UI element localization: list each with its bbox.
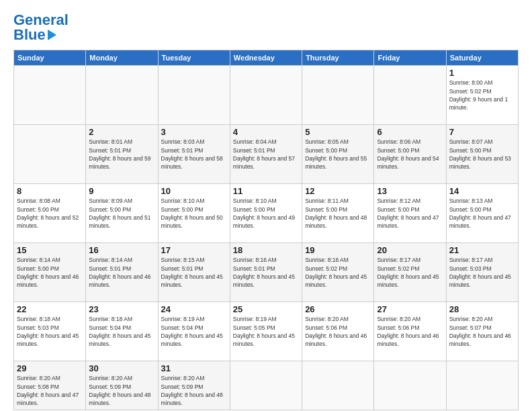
day-info: Sunrise: 8:17 AMSunset: 5:02 PMDaylight:… bbox=[377, 256, 443, 289]
calendar-cell bbox=[446, 361, 518, 410]
calendar-cell: 21Sunrise: 8:17 AMSunset: 5:03 PMDayligh… bbox=[446, 243, 518, 302]
day-info: Sunrise: 8:16 AMSunset: 5:01 PMDaylight:… bbox=[233, 256, 299, 289]
page: General Blue SundayMondayTuesdayWednesda… bbox=[0, 0, 532, 411]
calendar-cell bbox=[374, 66, 446, 125]
day-number: 3 bbox=[161, 127, 227, 137]
calendar-cell bbox=[230, 66, 302, 125]
day-number: 20 bbox=[377, 245, 443, 255]
calendar-cell: 15Sunrise: 8:14 AMSunset: 5:00 PMDayligh… bbox=[14, 243, 86, 302]
calendar-cell: 27Sunrise: 8:20 AMSunset: 5:06 PMDayligh… bbox=[374, 302, 446, 361]
day-number: 17 bbox=[161, 245, 227, 255]
day-number: 23 bbox=[89, 304, 154, 314]
day-number: 25 bbox=[233, 304, 299, 314]
day-number: 11 bbox=[233, 186, 299, 196]
day-number: 18 bbox=[233, 245, 299, 255]
calendar-cell: 11Sunrise: 8:10 AMSunset: 5:00 PMDayligh… bbox=[230, 184, 302, 243]
calendar-cell: 26Sunrise: 8:20 AMSunset: 5:06 PMDayligh… bbox=[302, 302, 374, 361]
day-number: 8 bbox=[17, 186, 83, 196]
calendar-cell bbox=[374, 361, 446, 410]
calendar-cell: 19Sunrise: 8:16 AMSunset: 5:02 PMDayligh… bbox=[302, 243, 374, 302]
day-info: Sunrise: 8:20 AMSunset: 5:09 PMDaylight:… bbox=[89, 374, 154, 407]
day-info: Sunrise: 8:20 AMSunset: 5:08 PMDaylight:… bbox=[17, 374, 83, 407]
day-number: 13 bbox=[377, 186, 443, 196]
day-number: 26 bbox=[305, 304, 371, 314]
day-info: Sunrise: 8:20 AMSunset: 5:06 PMDaylight:… bbox=[305, 315, 371, 348]
calendar-cell: 28Sunrise: 8:20 AMSunset: 5:07 PMDayligh… bbox=[446, 302, 518, 361]
day-number: 27 bbox=[377, 304, 443, 314]
calendar-cell: 7Sunrise: 8:07 AMSunset: 5:00 PMDaylight… bbox=[446, 125, 518, 184]
calendar-cell bbox=[230, 361, 302, 410]
day-number: 21 bbox=[449, 245, 515, 255]
day-info: Sunrise: 8:01 AMSunset: 5:01 PMDaylight:… bbox=[89, 138, 154, 171]
logo-arrow-icon bbox=[48, 30, 56, 40]
day-info: Sunrise: 8:06 AMSunset: 5:00 PMDaylight:… bbox=[377, 138, 443, 171]
calendar-cell: 14Sunrise: 8:13 AMSunset: 5:00 PMDayligh… bbox=[446, 184, 518, 243]
calendar-cell: 22Sunrise: 8:18 AMSunset: 5:03 PMDayligh… bbox=[14, 302, 86, 361]
calendar-cell: 24Sunrise: 8:19 AMSunset: 5:04 PMDayligh… bbox=[158, 302, 230, 361]
calendar-cell: 23Sunrise: 8:18 AMSunset: 5:04 PMDayligh… bbox=[86, 302, 158, 361]
day-number: 30 bbox=[89, 363, 154, 373]
day-info: Sunrise: 8:03 AMSunset: 5:01 PMDaylight:… bbox=[161, 138, 227, 171]
calendar-cell bbox=[14, 66, 86, 125]
day-header-tuesday: Tuesday bbox=[158, 50, 230, 66]
day-number: 5 bbox=[305, 127, 371, 137]
day-info: Sunrise: 8:17 AMSunset: 5:03 PMDaylight:… bbox=[449, 256, 515, 289]
day-number: 22 bbox=[17, 304, 83, 314]
day-info: Sunrise: 8:14 AMSunset: 5:00 PMDaylight:… bbox=[17, 256, 83, 289]
day-info: Sunrise: 8:19 AMSunset: 5:05 PMDaylight:… bbox=[233, 315, 299, 348]
day-header-friday: Friday bbox=[374, 50, 446, 66]
day-number: 12 bbox=[305, 186, 371, 196]
calendar-cell: 12Sunrise: 8:11 AMSunset: 5:00 PMDayligh… bbox=[302, 184, 374, 243]
day-info: Sunrise: 8:10 AMSunset: 5:00 PMDaylight:… bbox=[233, 197, 299, 230]
day-info: Sunrise: 8:07 AMSunset: 5:00 PMDaylight:… bbox=[449, 138, 515, 171]
day-number: 31 bbox=[161, 363, 227, 373]
day-header-saturday: Saturday bbox=[446, 50, 518, 66]
day-info: Sunrise: 8:16 AMSunset: 5:02 PMDaylight:… bbox=[305, 256, 371, 289]
calendar-cell: 25Sunrise: 8:19 AMSunset: 5:05 PMDayligh… bbox=[230, 302, 302, 361]
day-info: Sunrise: 8:10 AMSunset: 5:00 PMDaylight:… bbox=[161, 197, 227, 230]
calendar-cell: 16Sunrise: 8:14 AMSunset: 5:01 PMDayligh… bbox=[86, 243, 158, 302]
calendar-cell: 5Sunrise: 8:05 AMSunset: 5:00 PMDaylight… bbox=[302, 125, 374, 184]
day-info: Sunrise: 8:13 AMSunset: 5:00 PMDaylight:… bbox=[449, 197, 515, 230]
calendar-cell: 2Sunrise: 8:01 AMSunset: 5:01 PMDaylight… bbox=[86, 125, 158, 184]
calendar-cell: 9Sunrise: 8:09 AMSunset: 5:00 PMDaylight… bbox=[86, 184, 158, 243]
calendar-cell: 31Sunrise: 8:20 AMSunset: 5:09 PMDayligh… bbox=[158, 361, 230, 410]
day-number: 16 bbox=[89, 245, 154, 255]
day-info: Sunrise: 8:05 AMSunset: 5:00 PMDaylight:… bbox=[305, 138, 371, 171]
day-info: Sunrise: 8:11 AMSunset: 5:00 PMDaylight:… bbox=[305, 197, 371, 230]
day-info: Sunrise: 8:18 AMSunset: 5:03 PMDaylight:… bbox=[17, 315, 83, 348]
day-info: Sunrise: 8:20 AMSunset: 5:06 PMDaylight:… bbox=[377, 315, 443, 348]
day-info: Sunrise: 8:04 AMSunset: 5:01 PMDaylight:… bbox=[233, 138, 299, 171]
calendar-cell bbox=[86, 66, 158, 125]
day-info: Sunrise: 8:18 AMSunset: 5:04 PMDaylight:… bbox=[89, 315, 154, 348]
day-info: Sunrise: 8:00 AMSunset: 5:02 PMDaylight:… bbox=[449, 79, 515, 111]
calendar-cell: 3Sunrise: 8:03 AMSunset: 5:01 PMDaylight… bbox=[158, 125, 230, 184]
day-info: Sunrise: 8:19 AMSunset: 5:04 PMDaylight:… bbox=[161, 315, 227, 348]
day-number: 4 bbox=[233, 127, 299, 137]
day-info: Sunrise: 8:12 AMSunset: 5:00 PMDaylight:… bbox=[377, 197, 443, 230]
day-info: Sunrise: 8:14 AMSunset: 5:01 PMDaylight:… bbox=[89, 256, 154, 289]
day-info: Sunrise: 8:20 AMSunset: 5:07 PMDaylight:… bbox=[449, 315, 515, 348]
day-number: 10 bbox=[161, 186, 227, 196]
day-header-monday: Monday bbox=[86, 50, 158, 66]
day-header-sunday: Sunday bbox=[14, 50, 86, 66]
header: General Blue bbox=[13, 12, 519, 43]
calendar: SundayMondayTuesdayWednesdayThursdayFrid… bbox=[13, 50, 519, 410]
day-number: 6 bbox=[377, 127, 443, 137]
calendar-cell: 13Sunrise: 8:12 AMSunset: 5:00 PMDayligh… bbox=[374, 184, 446, 243]
day-header-wednesday: Wednesday bbox=[230, 50, 302, 66]
day-number: 2 bbox=[89, 127, 154, 137]
calendar-cell bbox=[302, 361, 374, 410]
days-header-row: SundayMondayTuesdayWednesdayThursdayFrid… bbox=[14, 50, 519, 66]
calendar-cell: 6Sunrise: 8:06 AMSunset: 5:00 PMDaylight… bbox=[374, 125, 446, 184]
calendar-cell: 20Sunrise: 8:17 AMSunset: 5:02 PMDayligh… bbox=[374, 243, 446, 302]
day-info: Sunrise: 8:09 AMSunset: 5:00 PMDaylight:… bbox=[89, 197, 154, 230]
day-number: 24 bbox=[161, 304, 227, 314]
day-number: 19 bbox=[305, 245, 371, 255]
day-number: 9 bbox=[89, 186, 154, 196]
calendar-cell: 17Sunrise: 8:15 AMSunset: 5:01 PMDayligh… bbox=[158, 243, 230, 302]
day-info: Sunrise: 8:08 AMSunset: 5:00 PMDaylight:… bbox=[17, 197, 83, 230]
logo: General Blue bbox=[13, 12, 69, 43]
calendar-cell: 8Sunrise: 8:08 AMSunset: 5:00 PMDaylight… bbox=[14, 184, 86, 243]
calendar-cell: 10Sunrise: 8:10 AMSunset: 5:00 PMDayligh… bbox=[158, 184, 230, 243]
